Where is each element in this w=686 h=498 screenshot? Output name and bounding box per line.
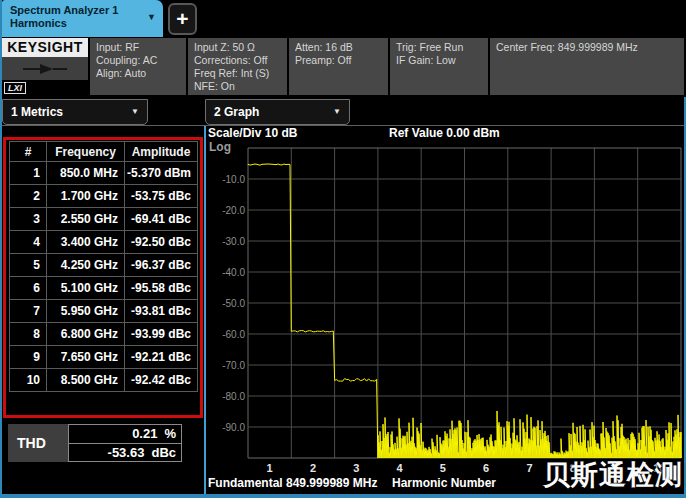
cell-amplitude: -53.75 dBc [125,185,198,208]
thd-percent-unit: % [164,426,176,441]
col-header-amplitude: Amplitude [125,142,198,162]
lxi-badge: LXI [4,82,26,94]
cell-frequency: 850.0 MHz [47,162,125,185]
metrics-menu-label: 1 Metrics [11,105,63,119]
y-tick-label: -30.0 [222,236,245,247]
cell-index: 10 [10,369,47,392]
cell-frequency: 5.950 GHz [47,300,125,323]
table-row[interactable]: 75.950 GHz-93.81 dBc [10,300,198,323]
cell-amplitude: -92.21 dBc [125,346,198,369]
thd-percent-value: 0.21 [132,426,157,441]
y-tick-label: -80.0 [222,391,245,402]
table-row[interactable]: 65.100 GHz-95.58 dBc [10,277,198,300]
table-row[interactable]: 21.700 GHz-53.75 dBc [10,185,198,208]
status-panel[interactable]: Input Z: 50 ΩCorrections: OffFreq Ref: I… [188,38,287,95]
rf-path-arrow-icon [2,57,88,80]
status-panel[interactable]: Center Freq: 849.999989 MHz [490,38,684,95]
table-row[interactable]: 43.400 GHz-92.50 dBc [10,231,198,254]
keysight-logo: KEYSIGHT [2,38,88,57]
x-tick-label: 6 [483,462,489,474]
y-tick-label: -40.0 [222,267,245,278]
y-tick-label: -70.0 [222,360,245,371]
x-tick-label: 5 [440,462,446,474]
cell-index: 4 [10,231,47,254]
thd-dbc-unit: dBc [151,445,176,460]
cell-frequency: 1.700 GHz [47,185,125,208]
add-tab-button[interactable]: + [168,3,197,35]
tab-bar: Spectrum Analyzer 1 Harmonics ▼ + [0,0,686,38]
cell-index: 2 [10,185,47,208]
logo-cell: KEYSIGHT LXI [2,38,88,95]
cell-index: 7 [10,300,47,323]
cell-frequency: 2.550 GHz [47,208,125,231]
y-tick-label: -20.0 [222,205,245,216]
status-panel[interactable]: Input: RFCoupling: ACAlign: Auto [90,38,186,95]
cell-amplitude: -93.99 dBc [125,323,198,346]
status-panel[interactable]: Trig: Free RunIF Gain: Low [390,38,488,95]
cell-amplitude: -95.58 dBc [125,277,198,300]
metrics-window-menu[interactable]: 1 Metrics ▼ [2,99,148,125]
instrument-screen: { "window": { "tab_line1": "Spectrum Ana… [0,0,686,498]
y-tick-label: -10.0 [222,174,245,185]
table-row[interactable]: 97.650 GHz-92.21 dBc [10,346,198,369]
harmonics-table[interactable]: # Frequency Amplitude 1850.0 MHz-5.370 d… [9,141,198,392]
thd-dbc-value: -53.63 [108,445,145,460]
cell-index: 5 [10,254,47,277]
table-row[interactable]: 86.800 GHz-93.99 dBc [10,323,198,346]
cell-amplitude: -92.50 dBc [125,231,198,254]
status-line: NFE: On [194,80,287,93]
tab-title-line2: Harmonics [10,17,143,30]
metrics-menu-caret-icon: ▼ [131,100,139,124]
cell-index: 8 [10,323,47,346]
cell-frequency: 6.800 GHz [47,323,125,346]
table-row[interactable]: 1850.0 MHz-5.370 dBm [10,162,198,185]
y-tick-label: -60.0 [222,329,245,340]
table-row[interactable]: 32.550 GHz-69.41 dBc [10,208,198,231]
thd-dbc-row: -53.63 dBc [69,443,181,462]
cell-frequency: 5.100 GHz [47,277,125,300]
table-row[interactable]: 54.250 GHz-96.37 dBc [10,254,198,277]
harmonics-graph[interactable]: -10.0-20.0-30.0-40.0-50.0-60.0-70.0-80.0… [205,125,686,498]
status-line: Center Freq: 849.999989 MHz [496,41,684,54]
x-tick-label: 2 [310,462,316,474]
x-tick-label: 3 [353,462,359,474]
y-tick-label: -90.0 [222,422,245,433]
cell-frequency: 7.650 GHz [47,346,125,369]
x-tick-label: 1 [267,462,273,474]
status-panel[interactable]: Atten: 16 dBPreamp: Off [289,38,388,95]
cell-amplitude: -93.81 dBc [125,300,198,323]
graph-menu-caret-icon: ▼ [333,100,341,124]
cell-frequency: 3.400 GHz [47,231,125,254]
watermark-text: 贝斯通检测 [543,457,683,493]
status-line: Input Z: 50 Ω [194,41,287,54]
cell-amplitude: -92.42 dBc [125,369,198,392]
tab-title-line1: Spectrum Analyzer 1 [10,4,143,17]
table-row[interactable]: 108.500 GHz-92.42 dBc [10,369,198,392]
lxi-strip: LXI [2,80,88,95]
col-header-index: # [10,142,47,162]
cell-frequency: 4.250 GHz [47,254,125,277]
screen-border-left [0,0,2,498]
cell-frequency: 8.500 GHz [47,369,125,392]
status-line: Freq Ref: Int (S) [194,67,287,80]
graph-menu-label: 2 Graph [214,105,259,119]
status-line: Trig: Free Run [396,41,488,54]
cell-amplitude: -69.41 dBc [125,208,198,231]
x-axis-label: Harmonic Number [392,476,496,490]
graph-window-menu[interactable]: 2 Graph ▼ [205,99,350,125]
cell-amplitude: -96.37 dBc [125,254,198,277]
x-tick-label: 4 [396,462,403,474]
cell-index: 9 [10,346,47,369]
x-tick-label: 7 [526,462,532,474]
thd-readout: THD 0.21 % -53.63 dBc [8,424,182,462]
tab-dropdown-caret-icon[interactable]: ▼ [147,12,156,22]
cell-index: 6 [10,277,47,300]
thd-label: THD [8,424,68,462]
table-header-row: # Frequency Amplitude [10,142,198,162]
status-line: Corrections: Off [194,54,287,67]
fundamental-label: Fundamental 849.999989 MHz [208,476,377,490]
thd-values: 0.21 % -53.63 dBc [68,424,182,462]
tab-spectrum-analyzer[interactable]: Spectrum Analyzer 1 Harmonics ▼ [2,0,163,37]
status-line: Align: Auto [96,67,186,80]
status-line: Coupling: AC [96,54,186,67]
